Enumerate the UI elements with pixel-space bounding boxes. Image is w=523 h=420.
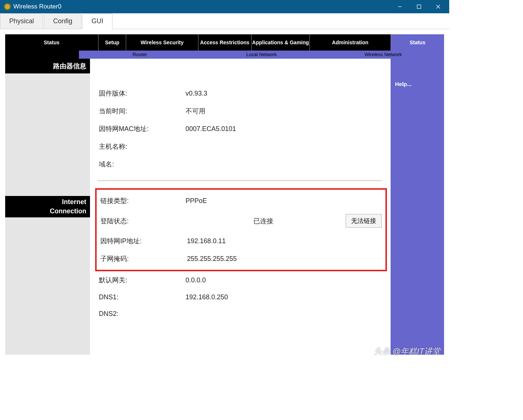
internet-ip-value: 192.168.0.11: [186, 232, 341, 250]
titlebar: Wireless Router0: [0, 0, 449, 13]
window-title: Wireless Router0: [13, 3, 390, 10]
dns1-value: 192.168.0.250: [184, 289, 387, 306]
nav-setup[interactable]: Setup: [98, 34, 126, 51]
nav-access-restrictions[interactable]: Access Restrictions: [198, 34, 252, 51]
subnav-local-network[interactable]: Local Network: [201, 51, 322, 59]
subnet-mask-label: 子网掩码:: [99, 250, 186, 268]
internet-mac-label: 因特网MAC地址:: [97, 120, 184, 138]
section-router-info-header: 路由器信息: [5, 59, 90, 73]
domain-name-label: 域名:: [97, 155, 184, 173]
maximize-button[interactable]: [409, 0, 429, 13]
tab-gui[interactable]: GUI: [82, 13, 112, 29]
nav-administration[interactable]: Administration: [309, 34, 391, 51]
internet-line1: Internet: [62, 198, 86, 206]
subnav-router[interactable]: Router: [79, 51, 201, 59]
page-title: Status: [5, 34, 98, 51]
router-info-table: 固件版体:v0.93.3 当前时间:不可用 因特网MAC地址:0007.ECA5…: [97, 85, 387, 173]
close-button[interactable]: [429, 0, 448, 13]
internet-conn-table-rest: 默认网关:0.0.0.0 DNS1:192.168.0.250 DNS2:: [97, 271, 387, 322]
current-time-value: 不可用: [184, 102, 387, 120]
subnet-mask-value: 255.255.255.255: [186, 250, 341, 268]
host-name-label: 主机名称:: [97, 138, 184, 155]
help-link[interactable]: Help...: [395, 81, 412, 87]
subnav-pad: [5, 51, 79, 59]
domain-name-value: [184, 155, 387, 173]
scroll-container[interactable]: Status Setup Wireless Security Access Re…: [5, 34, 444, 355]
tab-config[interactable]: Config: [44, 13, 82, 29]
center-column: 固件版体:v0.93.3 当前时间:不可用 因特网MAC地址:0007.ECA5…: [90, 59, 391, 355]
disconnect-button[interactable]: 无法链接: [346, 214, 382, 228]
default-gateway-value: 0.0.0.0: [184, 271, 387, 289]
dns1-label: DNS1:: [97, 289, 184, 306]
nav-applications-gaming[interactable]: Applications & Gaming: [251, 34, 309, 51]
internet-mac-value: 0007.ECA5.0101: [184, 120, 387, 138]
tab-physical[interactable]: Physical: [0, 13, 43, 29]
current-time-label: 当前时间:: [97, 102, 184, 120]
main-body: 路由器信息 Internet Connection 固件版体:v0.93.3 当…: [5, 59, 444, 355]
dns2-value: [184, 306, 387, 322]
nav-wireless-security[interactable]: Wireless Security: [126, 34, 198, 51]
help-column: Help...: [391, 59, 444, 355]
dns2-label: DNS2:: [97, 306, 184, 322]
left-spacer: [5, 217, 90, 355]
login-status-value: 已连接: [186, 210, 341, 232]
left-spacer: [5, 73, 90, 196]
conn-type-label: 链接类型:: [99, 192, 186, 210]
login-status-label: 登陆状态:: [99, 210, 186, 232]
router-subnav: Router Local Network Wireless Network: [5, 51, 444, 59]
router-nav: Status Setup Wireless Security Access Re…: [5, 34, 444, 51]
nav-status[interactable]: Status: [391, 34, 444, 51]
internet-conn-table-boxed: 链接类型:PPPoE 登陆状态:已连接无法链接 因特网IP地址:192.168.…: [99, 192, 385, 268]
app-tabs: Physical Config GUI: [0, 13, 449, 29]
content-area: Status Setup Wireless Security Access Re…: [0, 29, 449, 360]
firmware-label: 固件版体:: [97, 85, 184, 102]
internet-ip-label: 因特网IP地址:: [99, 232, 186, 250]
internet-line2: Connection: [50, 207, 86, 215]
firmware-value: v0.93.3: [184, 85, 387, 102]
left-column: 路由器信息 Internet Connection: [5, 59, 90, 355]
svg-rect-1: [417, 5, 421, 8]
conn-type-value: PPPoE: [186, 192, 341, 210]
subnav-wireless-network[interactable]: Wireless Network: [322, 51, 444, 59]
app-icon: [4, 3, 11, 10]
window-controls: [390, 0, 448, 13]
minimize-button[interactable]: [390, 0, 409, 13]
default-gateway-label: 默认网关:: [97, 271, 184, 289]
highlighted-box: 链接类型:PPPoE 登陆状态:已连接无法链接 因特网IP地址:192.168.…: [95, 188, 387, 271]
section-internet-connection-header: Internet Connection: [5, 196, 90, 217]
section-divider: [97, 180, 381, 181]
host-name-value: [184, 138, 387, 155]
